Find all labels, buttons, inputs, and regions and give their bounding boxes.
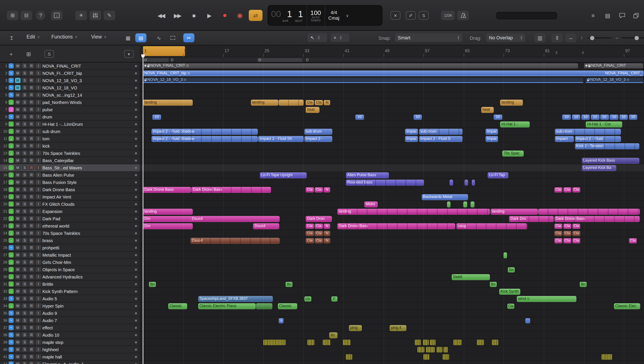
track-header-row[interactable]: 4∿MSRINOVA_12_18_VO [0, 84, 140, 92]
input-monitor-button[interactable]: I [36, 318, 41, 323]
region-heat[interactable]: heat [481, 107, 494, 113]
solo-button[interactable]: S [22, 354, 28, 359]
bar-ruler[interactable]: DDDD 191725334149576573819734 [140, 45, 644, 62]
input-monitor-button[interactable]: I [36, 332, 41, 338]
mute-button[interactable]: M [15, 325, 21, 330]
record-enable-button[interactable]: R [29, 347, 34, 352]
list-editors-icon[interactable]: ≡ [587, 11, 599, 20]
input-monitor-button[interactable]: I [36, 143, 41, 148]
note-pads-icon[interactable]: ▤ [602, 11, 613, 20]
track-name[interactable]: Hi-Hat 1 -...LinnDrum [42, 122, 134, 126]
record-enable-button[interactable]: R [29, 296, 34, 301]
record-button[interactable]: ● [218, 10, 232, 21]
lcd-chevron-icon[interactable]: ∨ [343, 5, 352, 26]
track-name[interactable]: Bass_Caterpillar [42, 158, 134, 163]
tracks-area[interactable]: NOVA_FINAL_CRIT⊙NOVA_FINAL_CRITNOVA_FINA… [140, 62, 644, 364]
input-monitor-button[interactable]: I [36, 230, 41, 236]
track-header-row[interactable]: 41∿MSRImaple hall [0, 353, 140, 360]
solo-button[interactable]: S [22, 202, 28, 206]
region-region[interactable] [424, 354, 429, 360]
region-n[interactable]: N [324, 224, 330, 228]
input-monitor-button[interactable]: I [36, 194, 41, 199]
region-cla[interactable]: Cla [563, 187, 571, 192]
region-region[interactable] [601, 354, 612, 360]
region-10[interactable]: 10 [414, 114, 422, 120]
region-dm[interactable]: Dm [143, 216, 192, 222]
track-header-row[interactable]: 12♪MSRIkick [0, 142, 140, 150]
mute-button[interactable]: M [15, 202, 21, 206]
region-region[interactable] [415, 340, 421, 345]
region-cla[interactable]: Cla [563, 238, 571, 243]
track-name[interactable]: Hyper Spin [42, 304, 134, 308]
solo-button[interactable]: S [22, 209, 28, 214]
track-header-row[interactable]: 6♪MSRIpad_Northern Winds [0, 99, 140, 106]
region-layered-kick-bass[interactable]: Layered Kick Bass [582, 158, 639, 164]
region-landing[interactable]: landing [338, 208, 490, 214]
inbox-icon[interactable]: ↓ [51, 11, 63, 20]
track-header-row[interactable]: 15♪MSRIBass_Str...ed Waves [0, 164, 140, 172]
marker-d[interactable]: D [143, 58, 169, 62]
track-header-row[interactable]: 33∿MSRIAudio 5 [0, 295, 140, 302]
track-name[interactable]: Brittle [42, 282, 134, 286]
track-name[interactable]: Bass Alien Pulse [42, 172, 134, 177]
solo-button[interactable]: S [22, 136, 28, 141]
track-name[interactable]: NOVA_FINAL_CRIT [42, 64, 134, 68]
track-header-row[interactable]: 23♪MSRIethereal world [0, 222, 140, 230]
region-region[interactable] [430, 340, 436, 345]
region-cla[interactable]: Cla [554, 224, 562, 228]
region-region[interactable] [443, 354, 449, 360]
mute-button[interactable]: M [15, 362, 21, 364]
record-enable-button[interactable]: R [29, 362, 34, 364]
region-sub-drum[interactable]: sub drum [555, 128, 621, 134]
input-monitor-button[interactable]: I [36, 129, 41, 134]
record-enable-button[interactable]: R [29, 92, 34, 98]
region-dark-drone-bass[interactable]: Dark Drone Bass [338, 223, 455, 229]
region-n[interactable]: N [324, 231, 330, 236]
stop-button[interactable]: ■ [187, 10, 201, 21]
record-enable-button[interactable]: R [29, 187, 34, 192]
region-s[interactable]: s [279, 318, 284, 323]
mixer-icon[interactable] [90, 11, 101, 20]
track-header-row[interactable]: 28♪MSRIGirls Choir-Mm [0, 259, 140, 266]
input-monitor-button[interactable]: I [36, 136, 41, 141]
record-enable-button[interactable]: R [29, 289, 34, 294]
input-monitor-button[interactable]: I [36, 223, 41, 228]
input-monitor-button[interactable]: I [36, 202, 41, 206]
solo-button[interactable]: S [22, 165, 28, 170]
input-monitor-button[interactable]: I [36, 165, 41, 170]
mute-button[interactable]: M [15, 230, 21, 236]
track-header-row[interactable]: 13♪MSRI70s Space Twinkles [0, 150, 140, 157]
region-10[interactable]: 10 [619, 114, 628, 120]
region-impact[interactable]: Impact [555, 136, 573, 142]
drag-select[interactable]: No Overlap ∧∨ [486, 33, 525, 42]
record-enable-button[interactable]: R [29, 165, 34, 170]
mute-button[interactable]: M [15, 274, 21, 279]
solo-button[interactable]: S [22, 78, 28, 83]
solo-button[interactable]: S [22, 340, 28, 345]
record-enable-button[interactable]: R [29, 107, 34, 112]
track-header-row[interactable]: 22♪MSRIDark Pad [0, 215, 140, 222]
mute-button[interactable]: M [15, 100, 21, 105]
region-cla[interactable]: Cla [507, 304, 514, 308]
solo-button[interactable]: S [22, 296, 28, 301]
track-header-row[interactable]: 14♪MSRIBass_Caterpillar [0, 157, 140, 164]
input-monitor-button[interactable]: I [36, 296, 41, 301]
waveform-zoom-icon[interactable]: ▥ [534, 33, 545, 42]
input-monitor-button[interactable]: I [36, 267, 41, 272]
record-enable-button[interactable]: R [29, 274, 34, 279]
display-pill[interactable] [496, 12, 557, 19]
track-name[interactable]: maple step [42, 340, 134, 344]
solo-button[interactable]: S [22, 347, 28, 352]
region-dsus4[interactable]: Dsus4 [191, 216, 280, 222]
region-cla[interactable]: Cla [629, 238, 637, 243]
region-region[interactable] [279, 100, 303, 106]
track-header-row[interactable]: 10♪MSRIsub drum [0, 128, 140, 135]
region-region[interactable] [256, 303, 272, 309]
marker-d[interactable]: D [257, 58, 302, 62]
track-name[interactable]: Girls Choir-Mm [42, 260, 134, 264]
mute-button[interactable]: M [15, 165, 21, 170]
solo-button[interactable]: S [22, 325, 28, 330]
solo-button[interactable]: S [22, 252, 28, 258]
track-name[interactable]: pulse [42, 107, 134, 112]
mute-button[interactable]: M [15, 223, 21, 228]
